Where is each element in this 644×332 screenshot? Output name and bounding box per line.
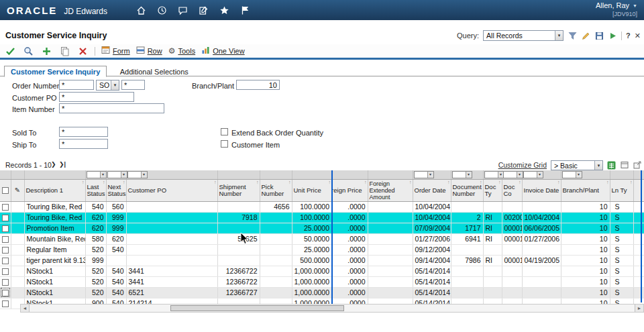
filter-combo-branch_plant[interactable]: ▾	[562, 171, 582, 178]
row-checkbox[interactable]	[2, 204, 9, 211]
close-form-icon[interactable]: ✕	[635, 32, 641, 40]
user-menu[interactable]: Allen, Ray ▼	[596, 2, 637, 9]
grid-cell-desc[interactable]: NStock1	[24, 287, 85, 298]
extend-back-order-checkbox[interactable]	[221, 128, 228, 135]
column-header-shipment[interactable]: Shipment Number↑	[217, 179, 260, 201]
grid-cell-invoice_date[interactable]: 10/04/2004	[522, 212, 561, 223]
grid-cell-ln_ty[interactable]: S	[610, 276, 633, 287]
grid-cell-invoice_date[interactable]	[522, 244, 561, 255]
column-header-ln_ty[interactable]: Ln Ty↑	[610, 179, 633, 201]
grid-cell-last_status[interactable]: 999	[85, 255, 106, 266]
grid-cell-branch_plant[interactable]: 10	[561, 255, 610, 266]
filter-combo-doc_ty[interactable]: ▾	[484, 171, 504, 178]
grid-cell-ln_ty[interactable]: S	[610, 212, 633, 223]
grid-cell-branch_plant[interactable]: 10	[561, 223, 610, 233]
grid-cell-ln_ty[interactable]: S	[610, 233, 633, 244]
delete-button[interactable]	[76, 46, 89, 56]
column-header-desc[interactable]: Description 1↑	[24, 179, 85, 201]
grid-cell-last_status[interactable]: 620	[85, 212, 106, 223]
column-header-doc_co[interactable]: Doc Co↑	[502, 179, 522, 201]
grid-cell-customer_po[interactable]	[126, 201, 217, 212]
column-header-foreign_price[interactable]: Foreign Price↑	[332, 179, 368, 201]
copy-button[interactable]	[58, 46, 70, 56]
grid-cell-desc[interactable]: Mountain Bike, Red	[24, 233, 85, 244]
grid-cell-branch_plant[interactable]: 10	[561, 244, 610, 255]
row-checkbox[interactable]	[2, 236, 9, 243]
select-all-checkbox[interactable]	[2, 187, 9, 194]
tab-customer-service-inquiry[interactable]: Customer Service Inquiry	[4, 66, 107, 77]
grid-cell-customer_po[interactable]: 3441	[126, 266, 217, 276]
grid-cell-unit_price[interactable]: 50.0000	[292, 233, 332, 244]
grid-cell-pick[interactable]	[260, 287, 292, 298]
grid-cell-doc_ty[interactable]	[483, 276, 502, 287]
grid-cell-ln_ty[interactable]: S	[610, 287, 633, 298]
row-checkbox[interactable]	[2, 258, 9, 264]
grid-cell-foreign_ext[interactable]	[368, 244, 413, 255]
grid-cell-shipment[interactable]: 12366727	[217, 287, 260, 298]
detach-grid-icon[interactable]	[633, 161, 641, 170]
grid-cell-customer_po[interactable]: 6521	[126, 287, 217, 298]
customer-po-input[interactable]	[59, 92, 134, 102]
grid-cell-desc[interactable]: Touring Bike, Red	[24, 201, 85, 212]
grid-cell-doc_no[interactable]	[451, 244, 483, 255]
column-header-doc_no[interactable]: Document Number↑	[451, 179, 483, 201]
grid-cell-doc_co[interactable]: 00001	[502, 223, 522, 233]
recent-reports-icon[interactable]	[156, 5, 167, 15]
grid-cell-foreign_price[interactable]: .0000	[332, 266, 368, 276]
ship-to-input[interactable]	[59, 139, 108, 149]
grid-cell-invoice_date[interactable]: 06/06/2005	[522, 223, 561, 233]
grid-cell-customer_po[interactable]	[126, 255, 217, 266]
grid-cell-desc[interactable]: NStock1	[24, 276, 85, 287]
grid-cell-pick[interactable]	[260, 276, 292, 287]
grid-cell-doc_ty[interactable]: RI	[483, 255, 502, 266]
grid-cell-order_date[interactable]: 05/14/2014	[413, 276, 451, 287]
grid-cell-branch_plant[interactable]: 10	[561, 201, 610, 212]
grid-cell-order_date[interactable]: 10/04/2004	[413, 212, 451, 223]
scrollbar-thumb[interactable]	[170, 305, 344, 311]
grid-cell-foreign_price[interactable]: .0000	[332, 212, 368, 223]
grid-cell-foreign_ext[interactable]	[368, 212, 413, 223]
grid-cell-next_status[interactable]: 999	[106, 212, 126, 223]
grid-cell-order_date[interactable]: 09/12/2004	[413, 244, 451, 255]
grid-cell-shipment[interactable]: 12366722	[217, 266, 260, 276]
grid-cell-last_status[interactable]: 620	[85, 223, 106, 233]
grid-cell-customer_po[interactable]	[126, 244, 217, 255]
grid-cell-doc_no[interactable]	[451, 276, 483, 287]
column-header-branch_plant[interactable]: Branch/Plant↑	[561, 179, 610, 201]
messages-icon[interactable]	[177, 5, 188, 15]
grid-cell-customer_po[interactable]	[126, 233, 217, 244]
grid-cell-next_status[interactable]: 540	[106, 266, 126, 276]
grid-cell-unit_price[interactable]: 25.0000	[292, 223, 332, 233]
grid-cell-customer_po[interactable]: 3441	[126, 276, 217, 287]
table-row[interactable]: Promotion Item62099925.0000.000007/09/20…	[0, 223, 644, 233]
branch-plant-input[interactable]	[236, 80, 280, 90]
grid-cell-next_status[interactable]: 540	[106, 244, 126, 255]
grid-cell-unit_price[interactable]: 1,000.0000	[292, 287, 332, 298]
grid-cell-foreign_ext[interactable]	[368, 276, 413, 287]
grid-cell-ln_ty[interactable]: S	[610, 244, 633, 255]
grid-cell-desc[interactable]: Touring Bike, Red	[24, 212, 85, 223]
row-checkbox[interactable]	[2, 215, 9, 221]
scroll-left-button[interactable]: ◄	[21, 305, 30, 312]
grid-cell-doc_co[interactable]	[502, 276, 522, 287]
horizontal-scrollbar[interactable]: ◄ ►	[20, 304, 644, 313]
filter-combo-last_status[interactable]: ▾	[87, 171, 107, 178]
column-header-order_date[interactable]: Order Date↑	[413, 179, 451, 201]
table-row[interactable]: Touring Bike, Red5405604656100.0000.0000…	[0, 201, 644, 212]
row-checkbox[interactable]	[2, 290, 9, 296]
grid-cell-doc_co[interactable]	[502, 287, 522, 298]
run-query-icon[interactable]	[608, 31, 617, 40]
grid-cell-branch_plant[interactable]: 10	[561, 233, 610, 244]
table-row[interactable]: NStock15205403441123667221,000.0000.0000…	[0, 276, 644, 287]
grid-cell-doc_ty[interactable]: RI	[483, 212, 502, 223]
grid-cell-order_date[interactable]: 01/27/2006	[413, 233, 451, 244]
customize-grid-link[interactable]: Customize Grid	[498, 161, 547, 169]
row-menu[interactable]: Row	[136, 45, 162, 57]
flag-icon[interactable]	[239, 5, 250, 15]
grid-cell-invoice_date[interactable]	[522, 266, 561, 276]
grid-cell-next_status[interactable]: 999	[106, 223, 126, 233]
grid-cell-next_status[interactable]: 620	[106, 233, 126, 244]
tools-menu[interactable]: ⚙ Tools	[168, 47, 195, 55]
grid-cell-next_status[interactable]	[106, 255, 126, 266]
form-menu[interactable]: Form	[101, 45, 130, 57]
